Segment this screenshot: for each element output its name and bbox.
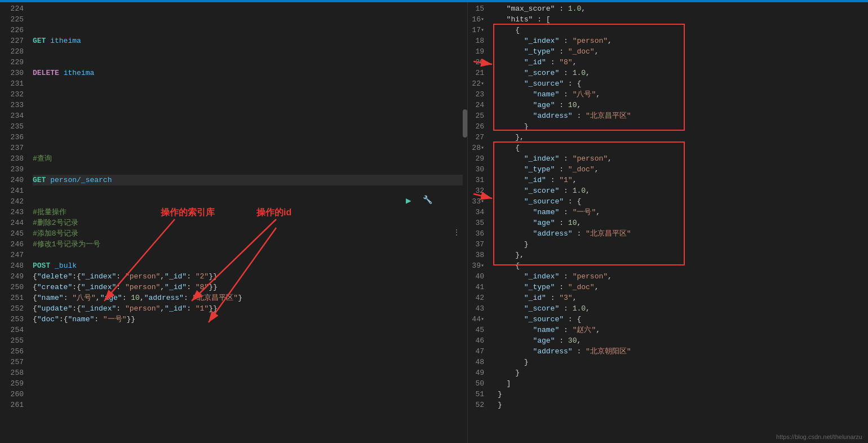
code-line xyxy=(33,3,467,14)
line-number: 261 xyxy=(0,400,24,410)
right-line-number: 45 xyxy=(475,325,484,335)
right-line-number: 52 xyxy=(475,400,484,410)
right-code-line: "_id" : "8", xyxy=(498,57,868,68)
right-code-line: "_score" : 1.0, xyxy=(498,68,868,78)
right-line-number: 36 xyxy=(475,228,484,239)
right-line-number: 18 xyxy=(475,36,484,46)
editor-container: 2242252262272282292302312322332342352362… xyxy=(0,2,868,443)
fold-icon[interactable]: ▾ xyxy=(481,25,484,36)
fold-icon[interactable]: ▾ xyxy=(481,14,484,25)
right-code-line: "_index" : "person", xyxy=(498,36,868,46)
code-line: #删除2号记录 xyxy=(33,218,467,228)
right-line-number: 51 xyxy=(475,389,484,400)
line-number: 234 xyxy=(0,110,24,121)
line-number: 229 xyxy=(0,57,24,68)
line-number: 249 xyxy=(0,271,24,282)
right-line-number: 41 xyxy=(475,282,484,293)
right-line-number: 25 xyxy=(475,110,484,121)
left-scrollbar-thumb[interactable] xyxy=(463,109,467,138)
right-line-number: 39 xyxy=(472,260,481,271)
right-code-line: "address" : "北京昌平区" xyxy=(498,228,868,239)
right-line-number: 27 xyxy=(475,132,484,143)
line-number: 257 xyxy=(0,357,24,367)
line-number: 227 xyxy=(0,36,24,46)
right-line-number: 46 xyxy=(475,335,484,346)
code-line: {"name": "八号","age": 10,"address": "北京昌平… xyxy=(33,293,467,303)
code-line xyxy=(33,185,467,196)
line-number: 226 xyxy=(0,25,24,36)
right-line-number: 24 xyxy=(475,100,484,110)
right-line-number: 21 xyxy=(475,68,484,78)
wrench-icon[interactable]: 🔧 xyxy=(423,195,432,205)
right-code-line: "_index" : "person", xyxy=(498,153,868,164)
right-code-line: "name" : "赵六", xyxy=(498,325,868,335)
right-code-line: "_type" : "_doc", xyxy=(498,282,868,293)
left-line-numbers: 2242252262272282292302312322332342352362… xyxy=(0,2,28,443)
code-line xyxy=(33,357,467,367)
line-number: 232 xyxy=(0,89,24,100)
right-code-line: "max_score" : 1.0, xyxy=(498,3,868,14)
right-code-line: }, xyxy=(498,250,868,260)
right-code-line: ] xyxy=(498,378,868,389)
right-panel: 1516▾17▾1819202122▾232425262728▾29303132… xyxy=(468,2,868,443)
code-line: POST _bulk xyxy=(33,260,467,271)
code-line xyxy=(33,335,467,346)
right-line-number: 23 xyxy=(475,89,484,100)
line-number: 260 xyxy=(0,389,24,400)
fold-icon[interactable]: ▾ xyxy=(481,143,484,153)
code-line xyxy=(33,250,467,260)
fold-icon[interactable]: ▾ xyxy=(481,196,484,207)
right-code-line: "hits" : [ xyxy=(498,14,868,25)
line-number: 245 xyxy=(0,228,24,239)
code-line xyxy=(33,121,467,132)
code-line xyxy=(33,367,467,378)
line-number: 258 xyxy=(0,367,24,378)
right-line-number: 22 xyxy=(472,78,481,89)
right-code-line: { xyxy=(498,25,868,36)
right-line-number: 34 xyxy=(475,207,484,218)
left-scrollbar-track[interactable] xyxy=(463,2,467,443)
line-number: 244 xyxy=(0,218,24,228)
code-line: {"create":{"_index": "person","_id": "8"… xyxy=(33,282,467,293)
line-number: 238 xyxy=(0,153,24,164)
code-line xyxy=(33,196,467,207)
right-code-content: "max_score" : 1.0, "hits" : [ { "_index"… xyxy=(493,2,868,443)
right-line-number: 35 xyxy=(475,218,484,228)
right-code-line: "_type" : "_doc", xyxy=(498,164,868,175)
right-code-line: "name" : "八号", xyxy=(498,89,868,100)
fold-icon[interactable]: ▾ xyxy=(481,260,484,271)
code-line xyxy=(33,132,467,143)
right-line-number: 28 xyxy=(472,143,481,153)
right-line-number: 43 xyxy=(475,303,484,314)
code-line: {"update":{"_index": "person","_id": "1"… xyxy=(33,303,467,314)
right-line-number: 26 xyxy=(475,121,484,132)
ellipsis-menu[interactable]: ⋮ xyxy=(453,228,460,237)
right-line-number: 50 xyxy=(475,378,484,389)
right-code-line: } xyxy=(498,367,868,378)
line-number: 236 xyxy=(0,132,24,143)
right-code-line: } xyxy=(498,389,868,400)
code-line xyxy=(33,89,467,100)
right-code-line: "_score" : 1.0, xyxy=(498,185,868,196)
fold-icon[interactable]: ▾ xyxy=(481,314,484,325)
watermark: https://blog.csdn.net/thelunarzu xyxy=(776,433,862,440)
left-panel: 2242252262272282292302312322332342352362… xyxy=(0,2,468,443)
line-number: 259 xyxy=(0,378,24,389)
right-line-number: 47 xyxy=(475,346,484,357)
code-line xyxy=(33,325,467,335)
code-line: GET itheima xyxy=(33,36,467,46)
right-line-number: 17 xyxy=(472,25,481,36)
run-button[interactable]: ▶ xyxy=(406,195,411,206)
code-line: #批量操作 xyxy=(33,207,467,218)
right-code-line: "_score" : 1.0, xyxy=(498,303,868,314)
right-code-line: "_source" : { xyxy=(498,196,868,207)
fold-icon[interactable]: ▾ xyxy=(481,78,484,89)
line-number: 230 xyxy=(0,68,24,78)
code-line xyxy=(33,57,467,68)
left-code-content: GET itheimaDELETE itheima#查询GET person/_… xyxy=(28,2,467,443)
code-line: GET person/_search xyxy=(33,175,467,185)
line-number: 251 xyxy=(0,293,24,303)
code-line: {"doc":{"name": "一号"}} xyxy=(33,314,467,325)
right-line-numbers: 1516▾17▾1819202122▾232425262728▾29303132… xyxy=(468,2,493,443)
code-line xyxy=(33,14,467,25)
